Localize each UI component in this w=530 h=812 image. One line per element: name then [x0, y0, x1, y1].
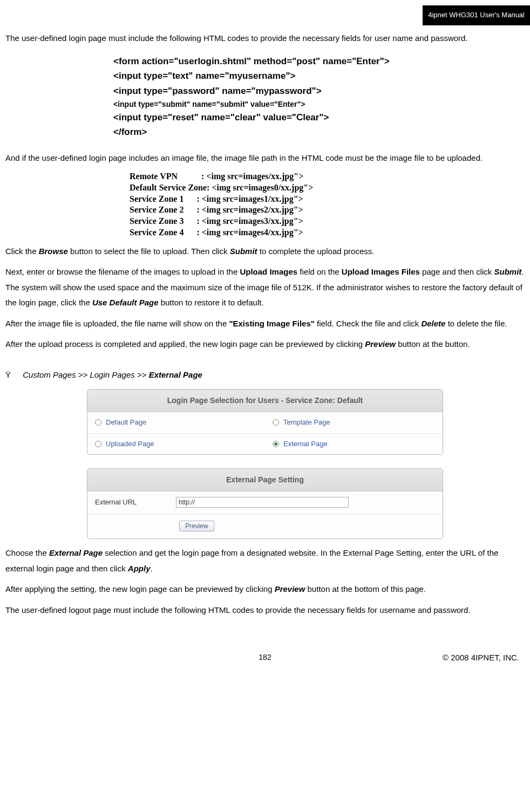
- radio-icon[interactable]: [273, 419, 279, 426]
- external-url-row: External URL: [87, 492, 443, 514]
- option-row: Uploaded Page External Page: [87, 434, 443, 455]
- panel-header: External Page Setting: [87, 469, 443, 492]
- external-url-label: External URL: [95, 496, 176, 509]
- zone-row: Service Zone 2 : <img src=images2/xx.jpg…: [130, 204, 525, 216]
- external-url-input[interactable]: [176, 497, 349, 508]
- breadcrumb-bullet: Ÿ Custom Pages >> Login Pages >> Externa…: [5, 367, 525, 383]
- zone-list: Remote VPN : <img src=images/xx.jpg"> De…: [130, 171, 525, 238]
- paragraph-3: Click the Browse button to select the fi…: [5, 244, 525, 260]
- paragraph-7: Choose the External Page selection and g…: [5, 545, 525, 576]
- zone-row: Service Zone 1 : <img src=images1/xx.jpg…: [130, 194, 525, 205]
- option-label: External Page: [283, 438, 328, 451]
- radio-icon[interactable]: [95, 419, 101, 426]
- bullet-icon: Ÿ: [5, 367, 21, 383]
- external-page-setting-panel: External Page Setting External URL Previ…: [87, 468, 443, 539]
- paragraph-4: Next, enter or browse the filename of th…: [5, 264, 525, 311]
- preview-row: Preview: [87, 514, 443, 539]
- code-line: <input type="password" name="mypassword"…: [113, 84, 525, 98]
- paragraph-6: After the upload process is completed an…: [5, 337, 525, 352]
- code-line: <input type="submit" name="submit" value…: [113, 98, 525, 110]
- paragraph-2: And if the user-defined login page inclu…: [5, 151, 525, 166]
- code-line: <input type="reset" name="clear" value="…: [113, 110, 525, 125]
- radio-icon-checked[interactable]: [273, 441, 279, 447]
- zone-row: Remote VPN : <img src=images/xx.jpg">: [130, 171, 525, 182]
- option-label: Template Page: [283, 416, 330, 429]
- code-line: <form action="userlogin.shtml" method="p…: [113, 54, 525, 69]
- page-number: 182: [259, 650, 271, 665]
- manual-title: 4ipnet WHG301 User's Manual: [428, 11, 525, 19]
- option-external-page[interactable]: External Page: [265, 434, 443, 455]
- radio-icon[interactable]: [95, 441, 101, 447]
- panel-header: Login Page Selection for Users - Service…: [87, 390, 443, 412]
- zone-row: Default Service Zone: <img src=images0/x…: [130, 182, 525, 194]
- option-uploaded-page[interactable]: Uploaded Page: [87, 434, 265, 455]
- code-line: </form>: [113, 125, 525, 139]
- code-line: <input type="text" name="myusername">: [113, 69, 525, 83]
- paragraph-9: The user-defined logout page must includ…: [5, 603, 525, 618]
- paragraph-5: After the image file is uploaded, the fi…: [5, 316, 525, 332]
- option-label: Default Page: [106, 416, 146, 429]
- header-bar: 4ipnet WHG301 User's Manual: [423, 5, 530, 25]
- page-content: The user-defined login page must include…: [0, 31, 530, 618]
- paragraph-1: The user-defined login page must include…: [5, 31, 525, 46]
- option-default-page[interactable]: Default Page: [87, 412, 265, 433]
- copyright: © 2008 4IPNET, INC.: [443, 650, 519, 666]
- login-page-selection-panel: Login Page Selection for Users - Service…: [87, 389, 443, 455]
- option-row: Default Page Template Page: [87, 412, 443, 434]
- zone-row: Service Zone 3 : <img src=images3/xx.jpg…: [130, 216, 525, 227]
- zone-row: Service Zone 4 : <img src=images4/xx.jpg…: [130, 227, 525, 238]
- html-code-block: <form action="userlogin.shtml" method="p…: [113, 54, 525, 139]
- preview-button[interactable]: Preview: [179, 521, 214, 531]
- option-template-page[interactable]: Template Page: [265, 412, 443, 433]
- footer: 182 © 2008 4IPNET, INC.: [0, 650, 530, 661]
- option-label: Uploaded Page: [106, 438, 154, 451]
- paragraph-8: After applying the setting, the new logi…: [5, 582, 525, 597]
